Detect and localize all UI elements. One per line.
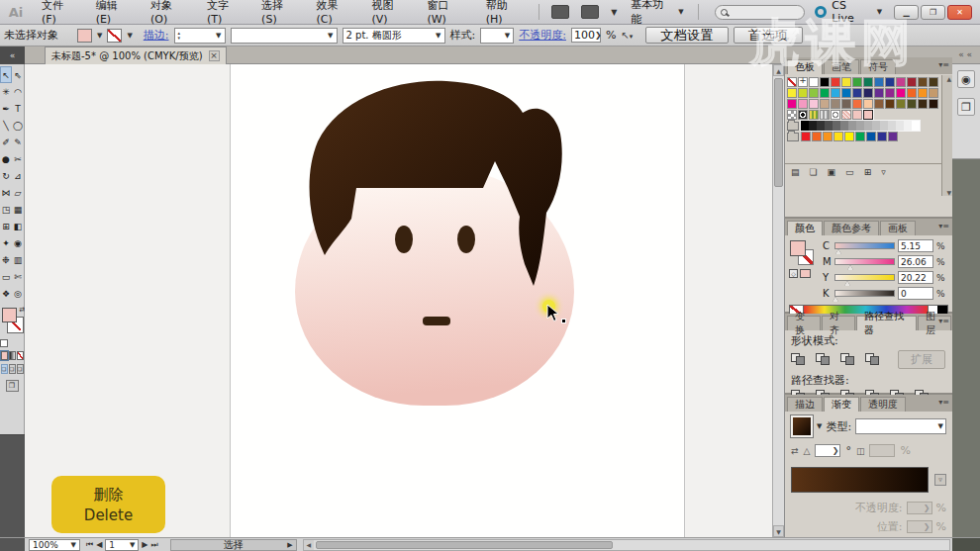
chevron-down-icon[interactable]: ▼ bbox=[127, 32, 132, 40]
shape-builder-tool[interactable]: ◳ bbox=[0, 201, 12, 218]
unite-icon[interactable] bbox=[791, 353, 807, 366]
eyedropper-tool[interactable]: ✦ bbox=[0, 234, 12, 251]
swatch[interactable] bbox=[809, 121, 817, 131]
scroll-up-icon[interactable]: ▲ bbox=[773, 64, 784, 76]
swatch[interactable] bbox=[852, 88, 862, 98]
select-similar-icon[interactable]: ↖▾ bbox=[621, 30, 633, 41]
channel-value[interactable]: 20.22 bbox=[898, 271, 933, 284]
swatch[interactable] bbox=[787, 88, 797, 98]
blend-tool[interactable]: ◉ bbox=[12, 234, 24, 251]
delete-stop-icon[interactable]: ▿ bbox=[934, 474, 946, 486]
intersect-icon[interactable] bbox=[840, 353, 856, 366]
gradient-slider-bar[interactable] bbox=[791, 467, 929, 493]
scale-tool[interactable]: ⊿ bbox=[12, 167, 24, 184]
line-segment-tool[interactable]: ╲ bbox=[0, 117, 12, 134]
pen-tool[interactable]: ✒ bbox=[0, 100, 12, 117]
scroll-down-icon[interactable]: ▼ bbox=[946, 189, 951, 196]
swatch[interactable] bbox=[831, 99, 840, 109]
swatch[interactable] bbox=[880, 121, 888, 131]
collapse-dock-icon[interactable]: « « bbox=[958, 49, 972, 59]
stepper-icon[interactable]: ▴▾ bbox=[178, 31, 181, 41]
swatch[interactable] bbox=[855, 132, 865, 141]
panel-menu-icon[interactable]: ▾≡ bbox=[938, 398, 949, 407]
mouth-shape[interactable] bbox=[423, 317, 450, 325]
swatch[interactable] bbox=[874, 88, 884, 98]
screen-mode-button[interactable]: ❐ bbox=[6, 380, 19, 392]
swatch-options-icon[interactable]: ▣ bbox=[828, 167, 836, 177]
menu-item[interactable]: 效果(C) bbox=[307, 0, 362, 25]
swatch[interactable] bbox=[874, 77, 884, 87]
chevron-down-icon[interactable]: ▼ bbox=[97, 32, 102, 40]
panel-menu-icon[interactable]: ▾≡ bbox=[938, 317, 949, 325]
swatch[interactable] bbox=[798, 77, 808, 87]
panel-menu-icon[interactable]: ▾≡ bbox=[938, 60, 949, 69]
swatch[interactable] bbox=[896, 88, 906, 98]
right-eye-shape[interactable] bbox=[457, 226, 475, 253]
menu-item[interactable]: 选择(S) bbox=[252, 0, 307, 25]
cs-live-button[interactable]: CS Live ▼ bbox=[815, 0, 882, 25]
panel-tab[interactable]: 描边 bbox=[787, 397, 823, 412]
opacity-link[interactable]: 不透明度: bbox=[519, 28, 566, 43]
swatch[interactable] bbox=[798, 110, 808, 120]
swatch[interactable] bbox=[825, 121, 833, 131]
slice-tool[interactable]: ✄ bbox=[12, 268, 24, 285]
menu-item[interactable]: 文件(F) bbox=[33, 0, 87, 25]
document-tab[interactable]: 未标题-5* @ 100% (CMYK/预览) × bbox=[45, 46, 227, 64]
selection-tool[interactable]: ↖ bbox=[0, 66, 12, 83]
swatch[interactable] bbox=[863, 110, 873, 120]
swatch[interactable] bbox=[848, 121, 856, 131]
channel-slider[interactable] bbox=[834, 258, 895, 265]
artboard-tool[interactable]: ▭ bbox=[0, 268, 12, 285]
stroke-color-swatch[interactable] bbox=[107, 29, 122, 43]
swatch[interactable] bbox=[907, 99, 917, 109]
ellipse-tool[interactable]: ◯ bbox=[12, 117, 24, 134]
channel-slider[interactable] bbox=[834, 274, 895, 281]
blob-brush-tool[interactable]: ● bbox=[0, 150, 12, 167]
slider-thumb[interactable] bbox=[847, 265, 853, 270]
zoom-tool[interactable]: ◎ bbox=[12, 285, 24, 302]
document-setup-button[interactable]: 文档设置 bbox=[645, 27, 728, 44]
gradient-tool[interactable]: ◧ bbox=[12, 218, 24, 234]
arrange-documents-icon[interactable] bbox=[551, 5, 569, 19]
color-group-icon[interactable]: ❏ bbox=[810, 167, 818, 177]
artboard-number-select[interactable]: 1 ▼ bbox=[105, 539, 139, 551]
swatch[interactable] bbox=[820, 110, 830, 120]
document-layout-icon[interactable] bbox=[581, 5, 599, 19]
swatch[interactable] bbox=[798, 88, 808, 98]
menu-item[interactable]: 编辑(E) bbox=[87, 0, 142, 25]
swatch[interactable] bbox=[918, 77, 928, 87]
expand-button[interactable]: 扩展 bbox=[898, 350, 945, 369]
type-tool[interactable]: T bbox=[12, 100, 24, 117]
panel-tab[interactable]: 对齐 bbox=[822, 316, 855, 330]
panel-menu-icon[interactable]: ▾≡ bbox=[938, 222, 949, 230]
color-group-folder-icon[interactable] bbox=[787, 122, 799, 131]
swatch[interactable] bbox=[918, 88, 928, 98]
swatch[interactable] bbox=[840, 121, 848, 131]
swatch[interactable] bbox=[896, 77, 906, 87]
swatch[interactable] bbox=[787, 99, 797, 109]
new-swatch-icon[interactable]: ⊞ bbox=[864, 167, 872, 177]
swatch[interactable] bbox=[874, 99, 884, 109]
swatch[interactable] bbox=[877, 132, 887, 141]
swatch[interactable] bbox=[820, 88, 830, 98]
fill-swatch[interactable] bbox=[790, 240, 806, 256]
swatch[interactable] bbox=[863, 77, 873, 87]
preferences-button[interactable]: 首选项 bbox=[734, 27, 803, 44]
panel-tab[interactable]: 渐变 bbox=[824, 397, 859, 412]
none-button[interactable] bbox=[17, 351, 24, 360]
fill-swatch[interactable] bbox=[2, 308, 17, 322]
swatch[interactable] bbox=[820, 77, 830, 87]
menu-item[interactable]: 窗口(W) bbox=[418, 0, 476, 25]
swatch[interactable] bbox=[929, 88, 938, 98]
close-document-icon[interactable]: × bbox=[209, 50, 220, 61]
draw-inside-button[interactable]: ❏ bbox=[17, 364, 24, 374]
swatch[interactable] bbox=[841, 77, 851, 87]
default-fill-stroke-icon[interactable] bbox=[0, 339, 8, 347]
gamut-swatch[interactable] bbox=[800, 269, 811, 278]
swatch[interactable] bbox=[885, 99, 895, 109]
panel-tab[interactable]: 透明度 bbox=[860, 397, 906, 412]
slider-thumb[interactable] bbox=[835, 249, 841, 254]
swatch[interactable] bbox=[809, 88, 819, 98]
swatch[interactable] bbox=[929, 77, 938, 87]
rotate-tool[interactable]: ↻ bbox=[0, 167, 12, 184]
